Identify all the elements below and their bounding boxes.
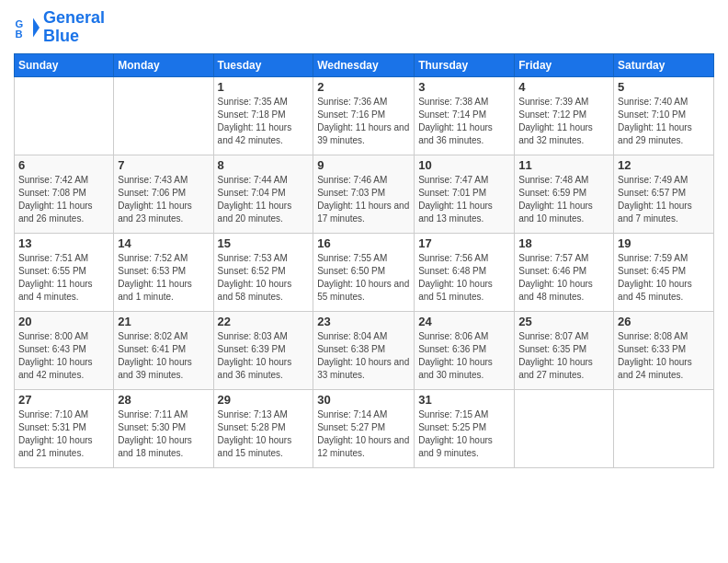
weekday-header: Monday xyxy=(114,53,213,76)
day-number: 31 xyxy=(418,393,510,407)
calendar-cell: 25Sunrise: 8:07 AM Sunset: 6:35 PM Dayli… xyxy=(515,311,614,389)
calendar-cell: 3Sunrise: 7:38 AM Sunset: 7:14 PM Daylig… xyxy=(415,76,515,155)
day-info: Sunrise: 7:36 AM Sunset: 7:16 PM Dayligh… xyxy=(317,96,410,147)
calendar-cell: 20Sunrise: 8:00 AM Sunset: 6:43 PM Dayli… xyxy=(15,311,114,389)
day-number: 16 xyxy=(317,236,410,250)
calendar-body: 1Sunrise: 7:35 AM Sunset: 7:18 PM Daylig… xyxy=(15,76,714,467)
calendar-cell: 14Sunrise: 7:52 AM Sunset: 6:53 PM Dayli… xyxy=(114,233,213,311)
svg-text:G: G xyxy=(15,18,23,29)
calendar-header-row: SundayMondayTuesdayWednesdayThursdayFrid… xyxy=(15,53,714,76)
calendar-cell: 23Sunrise: 8:04 AM Sunset: 6:38 PM Dayli… xyxy=(313,311,415,389)
calendar-cell xyxy=(515,389,614,467)
day-number: 24 xyxy=(418,315,510,328)
day-info: Sunrise: 7:56 AM Sunset: 6:48 PM Dayligh… xyxy=(418,252,510,304)
day-info: Sunrise: 8:07 AM Sunset: 6:35 PM Dayligh… xyxy=(518,330,609,382)
calendar-cell: 6Sunrise: 7:42 AM Sunset: 7:08 PM Daylig… xyxy=(15,155,114,233)
logo-icon: G B xyxy=(14,15,40,40)
calendar-cell: 15Sunrise: 7:53 AM Sunset: 6:52 PM Dayli… xyxy=(213,233,313,311)
day-number: 26 xyxy=(618,315,710,328)
day-number: 23 xyxy=(317,315,410,328)
calendar-cell: 19Sunrise: 7:59 AM Sunset: 6:45 PM Dayli… xyxy=(614,233,714,311)
calendar-cell: 9Sunrise: 7:46 AM Sunset: 7:03 PM Daylig… xyxy=(313,155,415,233)
day-info: Sunrise: 7:11 AM Sunset: 5:30 PM Dayligh… xyxy=(118,408,209,460)
day-info: Sunrise: 7:49 AM Sunset: 6:57 PM Dayligh… xyxy=(618,174,710,225)
day-number: 30 xyxy=(317,393,410,407)
day-number: 2 xyxy=(317,80,410,94)
day-number: 15 xyxy=(218,236,310,250)
calendar-cell: 26Sunrise: 8:08 AM Sunset: 6:33 PM Dayli… xyxy=(614,311,714,389)
day-info: Sunrise: 7:44 AM Sunset: 7:04 PM Dayligh… xyxy=(218,174,310,225)
weekday-header: Thursday xyxy=(415,53,515,76)
day-info: Sunrise: 7:15 AM Sunset: 5:25 PM Dayligh… xyxy=(418,408,510,460)
day-info: Sunrise: 8:03 AM Sunset: 6:39 PM Dayligh… xyxy=(218,330,310,382)
day-number: 11 xyxy=(518,158,609,172)
day-number: 7 xyxy=(118,158,209,172)
svg-text:B: B xyxy=(15,29,22,40)
calendar-cell: 28Sunrise: 7:11 AM Sunset: 5:30 PM Dayli… xyxy=(114,389,213,467)
day-number: 12 xyxy=(618,158,710,172)
day-info: Sunrise: 8:02 AM Sunset: 6:41 PM Dayligh… xyxy=(118,330,209,382)
calendar-cell: 22Sunrise: 8:03 AM Sunset: 6:39 PM Dayli… xyxy=(213,311,313,389)
page: G B General Blue SundayMondayTuesdayWedn… xyxy=(0,0,728,563)
calendar-cell xyxy=(614,389,714,467)
calendar-cell: 2Sunrise: 7:36 AM Sunset: 7:16 PM Daylig… xyxy=(313,76,415,155)
day-number: 25 xyxy=(518,315,609,328)
day-number: 4 xyxy=(518,80,609,94)
calendar-cell: 24Sunrise: 8:06 AM Sunset: 6:36 PM Dayli… xyxy=(415,311,515,389)
calendar-cell: 29Sunrise: 7:13 AM Sunset: 5:28 PM Dayli… xyxy=(213,389,313,467)
calendar-cell: 27Sunrise: 7:10 AM Sunset: 5:31 PM Dayli… xyxy=(15,389,114,467)
calendar-cell xyxy=(15,76,114,155)
day-info: Sunrise: 7:10 AM Sunset: 5:31 PM Dayligh… xyxy=(18,408,109,460)
calendar-cell: 17Sunrise: 7:56 AM Sunset: 6:48 PM Dayli… xyxy=(415,233,515,311)
calendar-cell: 30Sunrise: 7:14 AM Sunset: 5:27 PM Dayli… xyxy=(313,389,415,467)
day-info: Sunrise: 7:55 AM Sunset: 6:50 PM Dayligh… xyxy=(317,252,410,304)
calendar-cell: 10Sunrise: 7:47 AM Sunset: 7:01 PM Dayli… xyxy=(415,155,515,233)
day-info: Sunrise: 7:48 AM Sunset: 6:59 PM Dayligh… xyxy=(518,174,609,225)
day-info: Sunrise: 7:59 AM Sunset: 6:45 PM Dayligh… xyxy=(618,252,710,304)
day-info: Sunrise: 7:53 AM Sunset: 6:52 PM Dayligh… xyxy=(218,252,310,304)
calendar-cell: 13Sunrise: 7:51 AM Sunset: 6:55 PM Dayli… xyxy=(15,233,114,311)
day-number: 21 xyxy=(118,315,209,328)
calendar-cell: 7Sunrise: 7:43 AM Sunset: 7:06 PM Daylig… xyxy=(114,155,213,233)
day-number: 22 xyxy=(218,315,310,328)
day-info: Sunrise: 8:06 AM Sunset: 6:36 PM Dayligh… xyxy=(418,330,510,382)
day-info: Sunrise: 7:38 AM Sunset: 7:14 PM Dayligh… xyxy=(418,96,510,147)
day-info: Sunrise: 7:43 AM Sunset: 7:06 PM Dayligh… xyxy=(118,174,209,225)
day-number: 3 xyxy=(418,80,510,94)
logo-text: General Blue xyxy=(43,9,105,46)
day-number: 28 xyxy=(118,393,209,407)
weekday-header: Wednesday xyxy=(313,53,415,76)
calendar-cell: 1Sunrise: 7:35 AM Sunset: 7:18 PM Daylig… xyxy=(213,76,313,155)
calendar-cell: 11Sunrise: 7:48 AM Sunset: 6:59 PM Dayli… xyxy=(515,155,614,233)
calendar-week-row: 20Sunrise: 8:00 AM Sunset: 6:43 PM Dayli… xyxy=(15,311,714,389)
day-number: 19 xyxy=(618,236,710,250)
calendar-cell: 16Sunrise: 7:55 AM Sunset: 6:50 PM Dayli… xyxy=(313,233,415,311)
day-info: Sunrise: 7:51 AM Sunset: 6:55 PM Dayligh… xyxy=(18,252,109,304)
day-info: Sunrise: 7:47 AM Sunset: 7:01 PM Dayligh… xyxy=(418,174,510,225)
logo: G B General Blue xyxy=(14,9,105,46)
weekday-header: Tuesday xyxy=(213,53,313,76)
day-info: Sunrise: 8:04 AM Sunset: 6:38 PM Dayligh… xyxy=(317,330,410,382)
calendar-week-row: 27Sunrise: 7:10 AM Sunset: 5:31 PM Dayli… xyxy=(15,389,714,467)
day-info: Sunrise: 8:00 AM Sunset: 6:43 PM Dayligh… xyxy=(18,330,109,382)
day-number: 17 xyxy=(418,236,510,250)
day-info: Sunrise: 7:52 AM Sunset: 6:53 PM Dayligh… xyxy=(118,252,209,304)
svg-marker-2 xyxy=(33,17,40,37)
day-info: Sunrise: 7:42 AM Sunset: 7:08 PM Dayligh… xyxy=(18,174,109,225)
calendar-week-row: 1Sunrise: 7:35 AM Sunset: 7:18 PM Daylig… xyxy=(15,76,714,155)
weekday-header: Saturday xyxy=(614,53,714,76)
calendar-cell xyxy=(114,76,213,155)
day-info: Sunrise: 7:57 AM Sunset: 6:46 PM Dayligh… xyxy=(518,252,609,304)
day-number: 29 xyxy=(218,393,310,407)
calendar-cell: 18Sunrise: 7:57 AM Sunset: 6:46 PM Dayli… xyxy=(515,233,614,311)
day-number: 18 xyxy=(518,236,609,250)
day-info: Sunrise: 7:13 AM Sunset: 5:28 PM Dayligh… xyxy=(218,408,310,460)
header: G B General Blue xyxy=(14,9,714,46)
calendar-table: SundayMondayTuesdayWednesdayThursdayFrid… xyxy=(14,53,714,468)
day-info: Sunrise: 7:39 AM Sunset: 7:12 PM Dayligh… xyxy=(518,96,609,147)
day-number: 9 xyxy=(317,158,410,172)
calendar-cell: 5Sunrise: 7:40 AM Sunset: 7:10 PM Daylig… xyxy=(614,76,714,155)
day-number: 6 xyxy=(18,158,109,172)
calendar-week-row: 13Sunrise: 7:51 AM Sunset: 6:55 PM Dayli… xyxy=(15,233,714,311)
calendar-cell: 31Sunrise: 7:15 AM Sunset: 5:25 PM Dayli… xyxy=(415,389,515,467)
